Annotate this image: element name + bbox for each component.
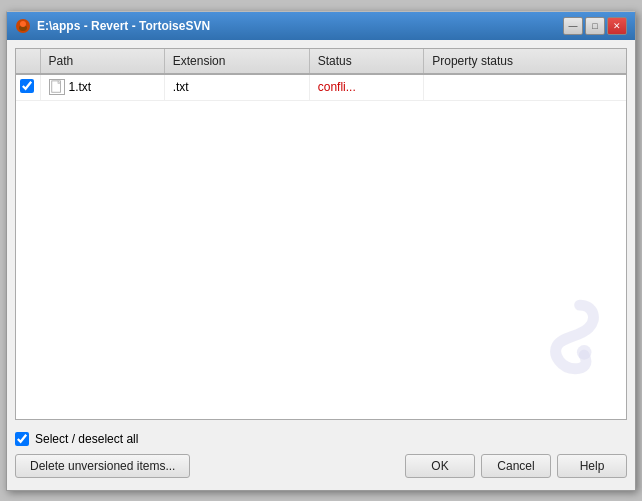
main-window: E:\apps - Revert - TortoiseSVN — □ ✕ Pat… bbox=[6, 11, 636, 491]
svg-point-2 bbox=[20, 21, 26, 27]
title-bar: E:\apps - Revert - TortoiseSVN — □ ✕ bbox=[7, 12, 635, 40]
svg-point-5 bbox=[577, 345, 592, 360]
help-button[interactable]: Help bbox=[557, 454, 627, 478]
col-header-extension: Extension bbox=[164, 49, 309, 74]
col-header-path: Path bbox=[40, 49, 164, 74]
button-row: Delete unversioned items... OK Cancel He… bbox=[15, 450, 627, 482]
cancel-button[interactable]: Cancel bbox=[481, 454, 551, 478]
row-filename: 1.txt bbox=[69, 80, 92, 94]
watermark bbox=[526, 296, 606, 399]
delete-unversioned-button[interactable]: Delete unversioned items... bbox=[15, 454, 190, 478]
table-row: 1.txt .txt confli... bbox=[16, 74, 626, 101]
app-icon bbox=[15, 18, 31, 34]
file-icon bbox=[49, 79, 65, 95]
select-all-checkbox[interactable] bbox=[15, 432, 29, 446]
select-all-label: Select / deselect all bbox=[35, 432, 138, 446]
maximize-button[interactable]: □ bbox=[585, 17, 605, 35]
dialog-buttons: OK Cancel Help bbox=[405, 454, 627, 478]
close-button[interactable]: ✕ bbox=[607, 17, 627, 35]
file-table: Path Extension Status Property status bbox=[16, 49, 626, 101]
row-property-status-cell bbox=[424, 74, 626, 101]
col-header-status: Status bbox=[309, 49, 423, 74]
minimize-button[interactable]: — bbox=[563, 17, 583, 35]
window-controls: — □ ✕ bbox=[563, 17, 627, 35]
col-header-checkbox bbox=[16, 49, 40, 74]
select-all-row: Select / deselect all bbox=[15, 428, 627, 450]
content-area: Path Extension Status Property status bbox=[7, 40, 635, 490]
row-checkbox-cell bbox=[16, 74, 40, 101]
bottom-section: Select / deselect all Delete unversioned… bbox=[15, 428, 627, 482]
row-path-cell: 1.txt bbox=[40, 74, 164, 101]
window-title: E:\apps - Revert - TortoiseSVN bbox=[37, 19, 210, 33]
row-extension-cell: .txt bbox=[164, 74, 309, 101]
title-bar-left: E:\apps - Revert - TortoiseSVN bbox=[15, 18, 210, 34]
row-status-cell: confli... bbox=[309, 74, 423, 101]
row-checkbox[interactable] bbox=[20, 79, 34, 93]
file-table-container: Path Extension Status Property status bbox=[15, 48, 627, 420]
ok-button[interactable]: OK bbox=[405, 454, 475, 478]
col-header-property-status: Property status bbox=[424, 49, 626, 74]
